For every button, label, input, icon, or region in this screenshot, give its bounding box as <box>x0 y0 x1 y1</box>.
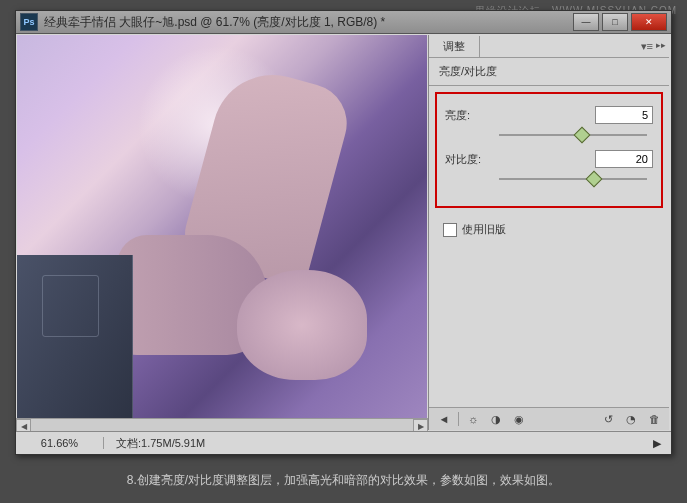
brightness-field[interactable] <box>595 106 653 124</box>
titlebar: Ps 经典牵手情侣 大眼仔~旭.psd @ 61.7% (亮度/对比度 1, R… <box>16 11 671 34</box>
panel-tabbar: 调整 ▾≡ <box>429 35 669 58</box>
contrast-slider[interactable] <box>499 172 647 186</box>
visibility-icon[interactable]: ◉ <box>510 412 528 426</box>
brightness-label: 亮度: <box>445 108 493 123</box>
canvas[interactable] <box>17 35 427 430</box>
panel-menu-icon[interactable]: ▾≡ <box>641 40 653 53</box>
close-button[interactable]: ✕ <box>631 13 667 31</box>
adjustments-panel: ▸▸ 调整 ▾≡ 亮度/对比度 亮度: 对比度: <box>428 35 669 430</box>
clip-icon[interactable]: ◑ <box>487 412 505 426</box>
doc-info-menu-icon[interactable]: ▶ <box>653 437 661 450</box>
doc-info: 文档:1.75M/5.91M <box>104 436 217 451</box>
adjustment-title: 亮度/对比度 <box>429 58 669 86</box>
legacy-checkbox[interactable] <box>443 223 457 237</box>
reset-icon[interactable]: ↺ <box>599 412 617 426</box>
photoshop-icon: Ps <box>20 13 38 31</box>
collapse-icon[interactable]: ▸▸ <box>656 40 666 50</box>
window-title: 经典牵手情侣 大眼仔~旭.psd @ 61.7% (亮度/对比度 1, RGB/… <box>44 14 573 31</box>
previous-icon[interactable]: ◔ <box>622 412 640 426</box>
expand-icon[interactable]: ☼ <box>464 412 482 426</box>
photoshop-window: Ps 经典牵手情侣 大眼仔~旭.psd @ 61.7% (亮度/对比度 1, R… <box>15 10 672 455</box>
horizontal-scrollbar[interactable]: ◀ ▶ <box>16 418 428 432</box>
brightness-slider[interactable] <box>499 128 647 142</box>
highlight-box: 亮度: 对比度: <box>435 92 663 208</box>
contrast-field[interactable] <box>595 150 653 168</box>
back-icon[interactable]: ◄ <box>435 412 453 426</box>
legacy-label: 使用旧版 <box>462 222 506 237</box>
trash-icon[interactable]: 🗑 <box>645 412 663 426</box>
caption-text: 8.创建亮度/对比度调整图层，加强高光和暗部的对比效果，参数如图，效果如图。 <box>0 472 687 489</box>
maximize-button[interactable]: □ <box>602 13 628 31</box>
statusbar: 61.66% 文档:1.75M/5.91M ▶ <box>16 431 671 454</box>
zoom-level[interactable]: 61.66% <box>16 437 104 449</box>
tab-adjustments[interactable]: 调整 <box>429 36 480 57</box>
panel-footer: ◄ ☼ ◑ ◉ ↺ ◔ 🗑 <box>429 407 669 430</box>
minimize-button[interactable]: — <box>573 13 599 31</box>
photo-image <box>17 35 427 430</box>
contrast-label: 对比度: <box>445 152 493 167</box>
